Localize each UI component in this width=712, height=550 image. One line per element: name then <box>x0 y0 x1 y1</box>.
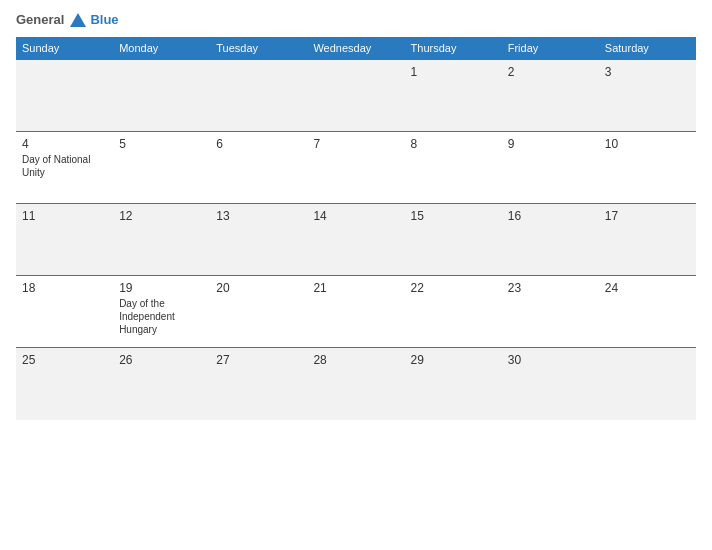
day-number: 15 <box>411 209 496 223</box>
day-number: 13 <box>216 209 301 223</box>
logo-general: General <box>16 12 64 27</box>
calendar-cell: 3 <box>599 60 696 132</box>
day-number: 18 <box>22 281 107 295</box>
day-number: 8 <box>411 137 496 151</box>
day-number: 14 <box>313 209 398 223</box>
day-number: 22 <box>411 281 496 295</box>
day-number: 21 <box>313 281 398 295</box>
day-number: 9 <box>508 137 593 151</box>
calendar-cell: 21 <box>307 276 404 348</box>
calendar-cell: 20 <box>210 276 307 348</box>
col-tuesday: Tuesday <box>210 37 307 60</box>
calendar-cell: 4Day of National Unity <box>16 132 113 204</box>
calendar-week-row: 11121314151617 <box>16 204 696 276</box>
calendar-cell: 7 <box>307 132 404 204</box>
weekday-header-row: Sunday Monday Tuesday Wednesday Thursday… <box>16 37 696 60</box>
calendar-cell <box>113 60 210 132</box>
day-number: 28 <box>313 353 398 367</box>
calendar-header: Sunday Monday Tuesday Wednesday Thursday… <box>16 37 696 60</box>
day-number: 23 <box>508 281 593 295</box>
calendar-cell: 6 <box>210 132 307 204</box>
col-friday: Friday <box>502 37 599 60</box>
day-number: 30 <box>508 353 593 367</box>
calendar-cell: 5 <box>113 132 210 204</box>
calendar-page: General Blue Sunday Monday Tuesday Wedne… <box>0 0 712 550</box>
day-number: 17 <box>605 209 690 223</box>
day-number: 29 <box>411 353 496 367</box>
header: General Blue <box>16 12 696 27</box>
calendar-cell: 29 <box>405 348 502 420</box>
day-number: 3 <box>605 65 690 79</box>
logo-blue: Blue <box>90 12 118 27</box>
day-number: 1 <box>411 65 496 79</box>
col-saturday: Saturday <box>599 37 696 60</box>
logo-triangle-icon <box>70 13 86 27</box>
calendar-cell: 22 <box>405 276 502 348</box>
col-monday: Monday <box>113 37 210 60</box>
calendar-cell <box>210 60 307 132</box>
calendar-cell: 19Day of the Independent Hungary <box>113 276 210 348</box>
col-wednesday: Wednesday <box>307 37 404 60</box>
col-sunday: Sunday <box>16 37 113 60</box>
calendar-cell: 15 <box>405 204 502 276</box>
col-thursday: Thursday <box>405 37 502 60</box>
calendar-cell: 24 <box>599 276 696 348</box>
day-number: 5 <box>119 137 204 151</box>
calendar-cell: 30 <box>502 348 599 420</box>
day-number: 26 <box>119 353 204 367</box>
calendar-cell: 25 <box>16 348 113 420</box>
logo: General Blue <box>16 12 119 27</box>
calendar-cell <box>599 348 696 420</box>
calendar-cell: 28 <box>307 348 404 420</box>
calendar-week-row: 4Day of National Unity5678910 <box>16 132 696 204</box>
day-number: 6 <box>216 137 301 151</box>
calendar-cell <box>16 60 113 132</box>
day-number: 4 <box>22 137 107 151</box>
calendar-cell: 11 <box>16 204 113 276</box>
calendar-cell: 2 <box>502 60 599 132</box>
calendar-cell: 16 <box>502 204 599 276</box>
calendar-cell: 26 <box>113 348 210 420</box>
calendar-cell: 17 <box>599 204 696 276</box>
calendar-cell: 12 <box>113 204 210 276</box>
calendar-cell: 10 <box>599 132 696 204</box>
calendar-cell: 18 <box>16 276 113 348</box>
calendar-cell: 1 <box>405 60 502 132</box>
day-number: 2 <box>508 65 593 79</box>
day-number: 10 <box>605 137 690 151</box>
day-number: 12 <box>119 209 204 223</box>
calendar-cell: 8 <box>405 132 502 204</box>
day-number: 27 <box>216 353 301 367</box>
day-number: 20 <box>216 281 301 295</box>
calendar-table: Sunday Monday Tuesday Wednesday Thursday… <box>16 37 696 420</box>
calendar-cell: 14 <box>307 204 404 276</box>
calendar-cell: 13 <box>210 204 307 276</box>
calendar-week-row: 1819Day of the Independent Hungary202122… <box>16 276 696 348</box>
calendar-cell: 27 <box>210 348 307 420</box>
calendar-body: 1234Day of National Unity567891011121314… <box>16 60 696 420</box>
day-number: 24 <box>605 281 690 295</box>
calendar-cell: 23 <box>502 276 599 348</box>
day-number: 11 <box>22 209 107 223</box>
calendar-cell: 9 <box>502 132 599 204</box>
day-number: 19 <box>119 281 204 295</box>
calendar-cell <box>307 60 404 132</box>
event-label: Day of the Independent Hungary <box>119 297 204 336</box>
day-number: 7 <box>313 137 398 151</box>
calendar-week-row: 123 <box>16 60 696 132</box>
event-label: Day of National Unity <box>22 153 107 179</box>
day-number: 16 <box>508 209 593 223</box>
day-number: 25 <box>22 353 107 367</box>
calendar-week-row: 252627282930 <box>16 348 696 420</box>
